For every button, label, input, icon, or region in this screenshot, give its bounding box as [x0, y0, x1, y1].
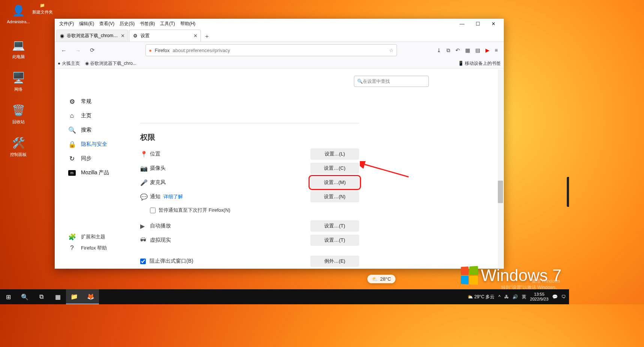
page-icon[interactable]: ▤	[475, 47, 480, 54]
sidebar-item-help[interactable]: ?Firefox 帮助	[65, 242, 110, 254]
tray-volume-icon[interactable]: 🔊	[512, 294, 518, 299]
activation-watermark: 激活 Windows 转到"设置"以激活 Windows。	[501, 278, 560, 291]
sidebar-item-search[interactable]: 🔍搜索	[65, 123, 140, 137]
desktop-icon-admin[interactable]: 👤Administra...	[5, 3, 31, 24]
window-close-button[interactable]: ✕	[489, 20, 498, 27]
back-button[interactable]: ←	[58, 44, 70, 56]
sidebar-item-label: 搜索	[81, 127, 91, 133]
perm-row-autoplay: ▶ 自动播放 设置…(T)	[140, 219, 359, 233]
weather-widget[interactable]: ⛅ 28°C	[367, 275, 395, 283]
sidebar-item-general[interactable]: ⚙常规	[65, 94, 140, 109]
play-icon: ▶	[140, 223, 150, 230]
tab-settings[interactable]: ⚙ 设置 ✕	[129, 30, 201, 42]
desktop-icon-controlpanel[interactable]: 🛠️控制面板	[5, 135, 31, 157]
desktop-icon-network[interactable]: 🖥️网络	[5, 70, 31, 92]
taskbar-explorer[interactable]: 📁	[66, 289, 82, 304]
menu-bookmarks[interactable]: 书签(B)	[138, 20, 157, 28]
tray-clock[interactable]: 13:55 2022/9/23	[530, 292, 548, 302]
crop-icon[interactable]: ⧉	[446, 47, 450, 54]
menu-edit[interactable]: 编辑(E)	[77, 20, 96, 28]
perm-label: 摄像头	[150, 165, 310, 172]
pause-notifications-checkbox[interactable]	[150, 208, 156, 213]
bookmarks-bar: ● 火狐主页 ◉ 谷歌浏览器下载_chro... 📱 移动设备上的书签	[55, 58, 504, 69]
start-button[interactable]: ⊞	[0, 289, 16, 304]
cloud-icon: ⛅	[372, 276, 378, 282]
gear-icon: ⚙	[68, 98, 76, 106]
perm-row-vr: 🕶 虚拟现实 设置…(T)	[140, 233, 359, 247]
menu-help[interactable]: 帮助(H)	[178, 20, 198, 28]
perm-label: 自动播放	[150, 223, 310, 229]
window-maximize-button[interactable]: ☐	[473, 20, 482, 27]
mic-icon: 🎤	[140, 179, 150, 186]
url-path: about:preferences#privacy	[173, 48, 230, 53]
taskbar-search-button[interactable]: 🔍	[16, 289, 33, 304]
block-popups-row: 阻止弹出式窗口(B) 例外…(E)	[140, 254, 359, 268]
download-icon[interactable]: ⤓	[437, 47, 441, 54]
block-popups-checkbox[interactable]	[140, 259, 146, 264]
tray-notifications-icon[interactable]: 💬	[552, 294, 558, 299]
search-icon: 🔍	[68, 126, 76, 134]
learn-more-link[interactable]: 详细了解	[163, 193, 183, 200]
sidebar-item-label: 同步	[81, 155, 91, 162]
desktop-icon-thispc[interactable]: 💻此电脑	[5, 37, 31, 60]
sidebar-item-label: Mozilla 产品	[81, 169, 109, 176]
apps-button[interactable]: ▦	[49, 289, 66, 304]
window-minimize-button[interactable]: —	[457, 20, 467, 27]
desktop-icon-newfolder[interactable]: 📁新建文件夹	[29, 3, 55, 15]
settings-button-notifications[interactable]: 设置…(N)	[310, 191, 359, 202]
sidebar-item-extensions[interactable]: 🧩扩展和主题	[65, 231, 110, 242]
apps-icon[interactable]: ▦	[465, 47, 470, 54]
tray-weather[interactable]: ⛅ 29°C 多云	[467, 294, 495, 300]
forward-button[interactable]: →	[72, 44, 84, 56]
settings-search[interactable]: 🔍	[354, 76, 429, 87]
sidebar-item-privacy[interactable]: 🔒隐私与安全	[65, 137, 140, 151]
chat-icon: 💬	[140, 193, 150, 200]
settings-button-location[interactable]: 设置…(L)	[310, 148, 359, 160]
menu-tools[interactable]: 工具(T)	[158, 20, 177, 28]
sidebar-item-sync[interactable]: ↻同步	[65, 151, 140, 166]
settings-button-mic[interactable]: 设置…(M)	[310, 177, 359, 188]
settings-search-input[interactable]	[363, 79, 425, 84]
urlbar[interactable]: ● Firefox about:preferences#privacy ☆	[145, 44, 397, 56]
desktop: 👤Administra... 📁新建文件夹 💻此电脑 🖥️网络 🗑️回收站 🛠️…	[0, 0, 52, 157]
taskbar-firefox[interactable]: 🦊	[82, 289, 99, 304]
menu-history[interactable]: 历史(S)	[117, 20, 137, 28]
system-tray: ⛅ 29°C 多云 ^ 🖧 🔊 英 13:55 2022/9/23 💬 🗨	[467, 292, 569, 302]
tray-ime[interactable]: 英	[522, 294, 526, 300]
tabbar: ◉ 谷歌浏览器下载_chrome浏览器 ✕ ⚙ 设置 ✕ ＋	[55, 28, 504, 42]
close-icon[interactable]: ✕	[121, 33, 125, 39]
settings-button-camera[interactable]: 设置…(C)	[310, 163, 359, 174]
close-icon[interactable]: ✕	[193, 33, 198, 39]
new-tab-button[interactable]: ＋	[202, 31, 212, 42]
reload-button[interactable]: ⟳	[86, 44, 98, 56]
gear-icon: ⚙	[132, 33, 138, 39]
section-heading-permissions: 权限	[140, 123, 359, 147]
taskview-button[interactable]: ⧉	[33, 289, 49, 304]
exceptions-button-popups[interactable]: 例外…(E)	[310, 256, 359, 267]
settings-content: ⚙常规 ⌂主页 🔍搜索 🔒隐私与安全 ↻同步 mMozilla 产品 🧩扩展和主…	[55, 69, 504, 269]
desktop-icon-recycle[interactable]: 🗑️回收站	[5, 103, 31, 125]
menu-view[interactable]: 查看(V)	[97, 20, 117, 28]
sidebar-item-label: 隐私与安全	[81, 141, 107, 148]
youtube-icon[interactable]: ▶	[485, 47, 490, 54]
perm-label: 虚拟现实	[150, 237, 310, 244]
tray-network-icon[interactable]: 🖧	[504, 294, 509, 299]
bookmark-chrome-dl[interactable]: ◉ 谷歌浏览器下载_chro...	[85, 60, 136, 67]
tray-chevron-icon[interactable]: ^	[498, 294, 500, 299]
perm-row-camera: 📷 摄像头 设置…(C)	[140, 161, 359, 175]
sidebar-item-home[interactable]: ⌂主页	[65, 109, 140, 123]
settings-button-vr[interactable]: 设置…(T)	[310, 235, 359, 246]
hamburger-menu-icon[interactable]: ≡	[495, 47, 498, 54]
undo-icon[interactable]: ↶	[455, 47, 460, 54]
tray-action-icon[interactable]: 🗨	[562, 294, 566, 299]
sidebar-item-mozilla[interactable]: mMozilla 产品	[65, 166, 140, 180]
perm-label: 位置	[150, 151, 310, 157]
menu-file[interactable]: 文件(F)	[57, 20, 76, 28]
bookmark-mobile[interactable]: 📱 移动设备上的书签	[458, 60, 501, 67]
edge-handle[interactable]	[567, 177, 569, 207]
tab-chrome-download[interactable]: ◉ 谷歌浏览器下载_chrome浏览器 ✕	[56, 30, 128, 42]
bookmark-fx-home[interactable]: ● 火狐主页	[58, 60, 80, 67]
settings-button-autoplay[interactable]: 设置…(T)	[310, 220, 359, 232]
chrome-icon: ◉	[60, 33, 64, 39]
bookmark-star-icon[interactable]: ☆	[389, 48, 394, 53]
